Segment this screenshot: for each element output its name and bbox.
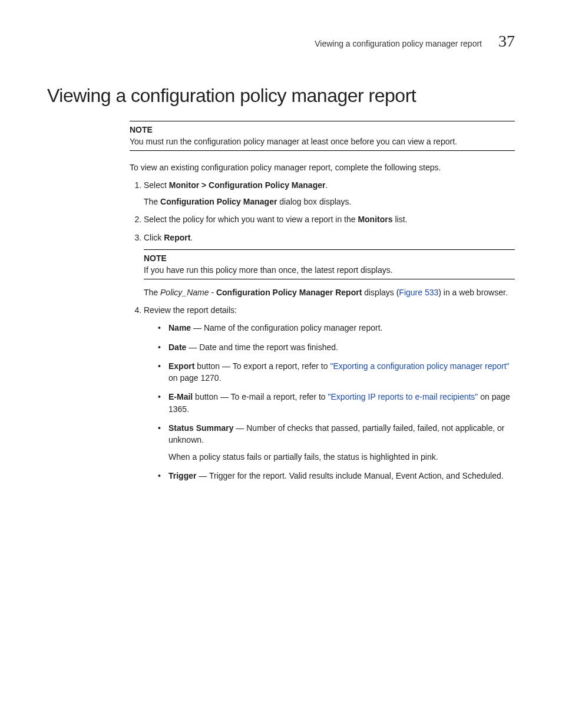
step-4: Review the report details: Name — Name o… — [144, 304, 515, 482]
step3-after-bold: Configuration Policy Manager Report — [216, 288, 362, 297]
email-link[interactable]: "Exporting IP reports to e-mail recipien… — [328, 392, 478, 401]
step3-after-prefix: The — [144, 288, 160, 297]
note-body: You must run the configuration policy ma… — [130, 136, 515, 147]
step-1: Select Monitor > Configuration Policy Ma… — [144, 179, 515, 208]
bullet-export: Export button — To export a report, refe… — [160, 360, 515, 384]
figure-link[interactable]: Figure 533 — [399, 288, 438, 297]
step1-sub-prefix: The — [144, 197, 160, 206]
step2-prefix: Select the policy for which you want to … — [144, 215, 358, 224]
step3-prefix: Click — [144, 233, 164, 242]
step3-note: NOTE If you have run this policy more th… — [144, 249, 515, 279]
step3-after-mid: - — [209, 288, 216, 297]
step3-after-italic: Policy_Name — [160, 288, 209, 297]
note2-rule-bottom — [144, 279, 515, 279]
note-label: NOTE — [130, 124, 515, 136]
intro-text: To view an existing configuration policy… — [130, 162, 515, 173]
running-header: Viewing a configuration policy manager r… — [47, 29, 515, 54]
step3-suffix: . — [190, 233, 193, 242]
step2-bold: Monitors — [358, 215, 392, 224]
bullet-trigger: Trigger — Trigger for the report. Valid … — [160, 470, 515, 482]
bullet-export-tail: on page 1270. — [168, 373, 222, 383]
bullet-name-rest: — Name of the configuration policy manag… — [191, 323, 382, 332]
bullet-email: E-Mail button — To e-mail a report, refe… — [160, 391, 515, 415]
step1-bold: Monitor > Configuration Policy Manager — [169, 180, 326, 190]
note2-body: If you have run this policy more than on… — [144, 264, 515, 276]
bullet-status-bold: Status Summary — [168, 423, 233, 433]
bullet-date-bold: Date — [168, 342, 186, 352]
bullet-name-bold: Name — [168, 323, 191, 332]
note2-label: NOTE — [144, 252, 515, 264]
bullet-name: Name — Name of the configuration policy … — [160, 322, 515, 334]
running-title: Viewing a configuration policy manager r… — [315, 38, 482, 50]
note-rule-bottom — [130, 150, 515, 151]
bullet-list: Name — Name of the configuration policy … — [144, 322, 515, 482]
page-title: Viewing a configuration policy manager r… — [47, 82, 515, 109]
bullet-email-mid: button — To e-mail a report, refer to — [193, 392, 328, 401]
bullet-trigger-bold: Trigger — [168, 471, 196, 480]
note-rule-top — [130, 121, 515, 121]
step1-sub-bold: Configuration Policy Manager — [160, 197, 277, 206]
step-2: Select the policy for which you want to … — [144, 213, 515, 225]
step1-prefix: Select — [144, 180, 169, 190]
step1-suffix: . — [325, 180, 328, 190]
step4-text: Review the report details: — [144, 305, 237, 315]
step3-after-mid2: displays ( — [362, 288, 399, 297]
bullet-export-bold: Export — [168, 361, 194, 371]
step1-sub-suffix: dialog box displays. — [277, 197, 351, 206]
steps-list: Select Monitor > Configuration Policy Ma… — [130, 179, 515, 482]
bullet-status: Status Summary — Number of checks that p… — [160, 422, 515, 463]
bullet-date-rest: — Date and time the report was finished. — [186, 342, 338, 352]
page: Viewing a configuration policy manager r… — [0, 0, 562, 728]
bullet-date: Date — Date and time the report was fini… — [160, 341, 515, 353]
step-3: Click Report. NOTE If you have run this … — [144, 232, 515, 298]
main-content: NOTE You must run the configuration poli… — [130, 121, 515, 482]
bullet-status-extra: When a policy status fails or partially … — [168, 451, 515, 463]
step3-bold: Report — [164, 233, 190, 242]
step3-result: The Policy_Name - Configuration Policy M… — [144, 286, 515, 298]
export-link[interactable]: "Exporting a configuration policy manage… — [330, 361, 509, 371]
step3-after-suffix: ) in a web browser. — [438, 288, 508, 297]
chapter-number: 37 — [498, 29, 515, 54]
bullet-email-bold: E-Mail — [168, 392, 193, 401]
step1-result: The Configuration Policy Manager dialog … — [144, 196, 515, 207]
bullet-export-mid: button — To export a report, refer to — [194, 361, 330, 371]
step2-suffix: list. — [393, 215, 408, 224]
note2-rule-top — [144, 249, 515, 250]
bullet-trigger-rest: — Trigger for the report. Valid results … — [196, 471, 503, 480]
